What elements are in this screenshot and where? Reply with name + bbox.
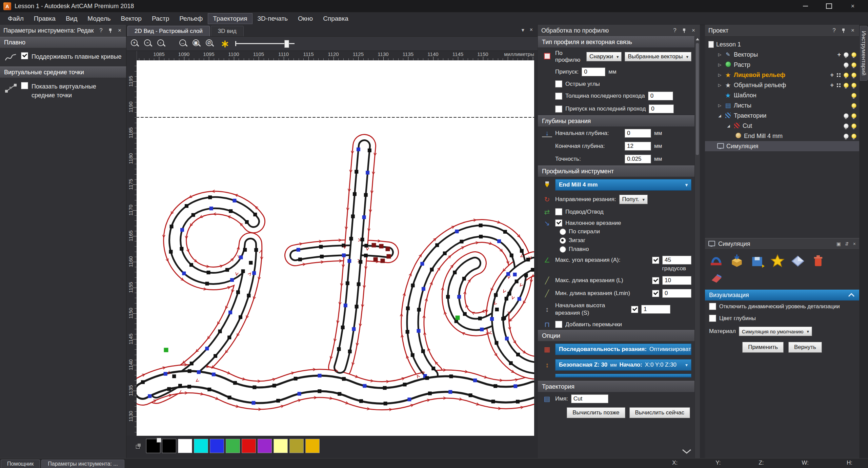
close-icon[interactable]: × <box>850 27 856 34</box>
contrast-slider[interactable] <box>235 39 295 48</box>
ramp-checkbox[interactable] <box>555 219 562 227</box>
material-block-icon[interactable] <box>790 254 805 269</box>
menu-window[interactable]: Окно <box>293 13 318 24</box>
tree-item-vectors[interactable]: Векторы + <box>705 50 859 60</box>
palette-swatch[interactable] <box>178 439 192 453</box>
smooth-curves-checkbox[interactable] <box>21 52 28 59</box>
menu-relief[interactable]: Рельеф <box>174 13 208 24</box>
palette-swatch[interactable] <box>226 439 240 453</box>
expand-arrow-icon[interactable] <box>717 62 722 67</box>
panel-collapse-chevron-icon[interactable] <box>682 449 692 456</box>
min-ramp-length-checkbox[interactable] <box>652 290 659 297</box>
grid-icon[interactable] <box>836 83 841 87</box>
favorite-star-icon[interactable] <box>770 254 785 269</box>
menu-toolpath[interactable]: Траектория <box>208 13 252 24</box>
slider-handle[interactable] <box>284 40 289 48</box>
visualization-header[interactable]: Визуализация <box>705 290 859 300</box>
tree-item-front-relief[interactable]: Лицевой рельеф + <box>705 70 859 80</box>
ramp-start-height-checkbox[interactable] <box>631 306 638 313</box>
profile-side-dropdown[interactable]: Снаружи▾ <box>586 52 622 61</box>
apply-button[interactable]: Применить <box>742 342 784 353</box>
last-pass-allowance-input[interactable] <box>649 104 674 113</box>
panel-scrollbar[interactable] <box>694 36 700 459</box>
vector-selection-dropdown[interactable]: Выбранные векторы▾ <box>625 52 691 61</box>
palette-swatch[interactable] <box>258 439 272 453</box>
pin-icon[interactable] <box>108 28 113 33</box>
palette-swatch[interactable] <box>242 439 256 453</box>
ramp-smooth-radio[interactable] <box>560 246 566 253</box>
zoom-selected-icon[interactable]: ▣ <box>192 39 201 48</box>
collapsed-option-bar[interactable] <box>555 374 691 377</box>
visibility-bulb-icon[interactable] <box>844 123 849 129</box>
menu-help[interactable]: Справка <box>318 13 354 24</box>
tab-list-chevron-icon[interactable]: ▾ <box>522 27 524 33</box>
visibility-bulb-icon[interactable] <box>851 123 856 129</box>
maximize-button[interactable] <box>817 0 841 12</box>
zoom-extents-icon[interactable]: ↔ <box>179 39 188 48</box>
layer-color-icon[interactable] <box>136 444 141 449</box>
last-pass-allowance-checkbox[interactable] <box>555 105 562 113</box>
palette-swatch[interactable] <box>210 439 224 453</box>
start-depth-input[interactable] <box>625 129 651 138</box>
grid-icon[interactable] <box>836 73 841 77</box>
save-toolpath-icon[interactable] <box>750 254 765 269</box>
tree-item-simulation[interactable]: Симуляция <box>705 141 859 151</box>
collapse-arrow-icon[interactable] <box>726 123 731 128</box>
end-depth-input[interactable] <box>625 142 651 151</box>
menu-edit[interactable]: Правка <box>29 13 61 24</box>
lead-in-out-checkbox[interactable] <box>555 208 562 215</box>
close-icon[interactable]: × <box>690 27 697 34</box>
material-dropdown[interactable]: Симуляция по умолчанию▾ <box>739 327 812 336</box>
visibility-bulb-icon[interactable] <box>844 134 849 139</box>
expand-arrow-icon[interactable] <box>717 103 722 108</box>
tab-tool-parameters[interactable]: Параметры инструмента: ... <box>41 460 124 468</box>
revert-button[interactable]: Вернуть <box>788 342 822 353</box>
highlight-toggle-icon[interactable]: ∗ <box>221 39 229 49</box>
sharp-corners-checkbox[interactable] <box>555 80 562 87</box>
ramp-start-height-input[interactable] <box>641 305 670 314</box>
visibility-bulb-icon[interactable] <box>851 113 856 118</box>
visibility-bulb-icon[interactable] <box>851 134 856 139</box>
max-ramp-length-input[interactable] <box>662 276 691 285</box>
tree-item-cut[interactable]: Cut <box>705 121 859 131</box>
allowance-input[interactable] <box>582 67 605 76</box>
zoom-in-icon[interactable]: + <box>130 39 140 48</box>
dock-icon[interactable]: ▣ <box>836 241 841 247</box>
add-icon[interactable]: + <box>837 52 841 58</box>
help-icon[interactable]: ? <box>831 27 837 34</box>
add-icon[interactable]: + <box>830 82 834 88</box>
visibility-bulb-icon[interactable] <box>851 52 856 57</box>
toolbox-tab[interactable]: Инструментарий <box>860 26 868 81</box>
collapse-arrow-icon[interactable] <box>717 113 722 118</box>
help-icon[interactable]: ? <box>98 27 104 34</box>
disable-lod-checkbox[interactable] <box>709 303 716 310</box>
menu-model[interactable]: Модель <box>82 13 116 24</box>
visibility-bulb-icon[interactable] <box>844 62 849 67</box>
min-ramp-length-input[interactable] <box>662 289 691 298</box>
ramp-spiral-radio[interactable] <box>560 229 566 235</box>
palette-swatch[interactable] <box>305 439 320 453</box>
scroll-up-icon[interactable] <box>696 38 699 40</box>
visibility-bulb-icon[interactable] <box>844 83 849 88</box>
virtual-midpoints-checkbox[interactable] <box>21 82 28 89</box>
bridges-checkbox[interactable] <box>555 321 562 328</box>
tree-item-raster[interactable]: Растр <box>705 60 859 70</box>
palette-swatch[interactable] <box>162 439 176 453</box>
visibility-bulb-icon[interactable] <box>851 62 856 67</box>
expand-icon[interactable]: ⇵ <box>845 241 849 247</box>
zoom-out-icon[interactable]: − <box>144 39 153 48</box>
ramp-zigzag-radio[interactable] <box>560 237 566 244</box>
tolerance-input[interactable] <box>625 155 651 163</box>
drawing-canvas[interactable] <box>137 60 534 436</box>
palette-swatch[interactable] <box>274 439 288 453</box>
tab-close-icon[interactable]: × <box>530 27 533 33</box>
visibility-bulb-icon[interactable] <box>844 52 849 57</box>
calculate-later-button[interactable]: Вычислить позже <box>567 407 625 418</box>
tab-2d-view[interactable]: 2D Вид - Растровый слой <box>127 26 210 36</box>
safe-z-bar[interactable]: Безопасная Z: 30 мм Начало: X:0 Y:0 Z:30… <box>555 359 691 371</box>
visibility-bulb-icon[interactable] <box>844 73 849 78</box>
add-icon[interactable]: + <box>830 72 834 78</box>
last-pass-thickness-input[interactable] <box>648 92 673 100</box>
depth-color-checkbox[interactable] <box>709 315 716 322</box>
tool-dropdown[interactable]: End Mill 4 mm ▾ <box>555 179 691 191</box>
